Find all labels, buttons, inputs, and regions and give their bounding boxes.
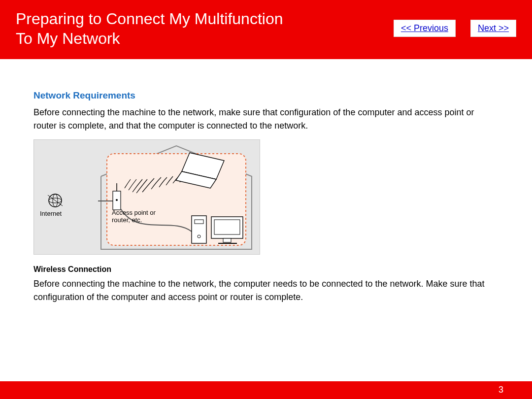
- nav-buttons: << Previous Next >>: [394, 20, 516, 37]
- header-bar: Preparing to Connect My Multifunction To…: [0, 0, 532, 59]
- svg-rect-13: [211, 217, 243, 238]
- house-illustration: [98, 143, 255, 251]
- title-line-1: Preparing to Connect My Multifunction: [16, 10, 283, 28]
- intro-paragraph: Before connecting the machine to the net…: [33, 106, 499, 133]
- sub-paragraph: Before connecting the machine to the net…: [33, 277, 499, 304]
- title-line-2: To My Network: [16, 30, 120, 47]
- sub-heading: Wireless Connection: [33, 264, 499, 275]
- internet-globe-icon: [47, 192, 64, 209]
- svg-rect-15: [223, 238, 231, 242]
- ap-label-l2: router, etc.: [112, 216, 142, 224]
- section-heading: Network Requirements: [33, 89, 499, 103]
- access-point-label: Access point or router, etc.: [112, 209, 156, 224]
- network-diagram: Internet: [33, 139, 499, 255]
- svg-point-7: [116, 199, 118, 201]
- page-number: 3: [499, 385, 503, 395]
- previous-button[interactable]: << Previous: [394, 20, 456, 37]
- ap-label-l1: Access point or: [112, 209, 156, 216]
- footer-bar: 3: [0, 381, 532, 399]
- internet-label: Internet: [40, 209, 62, 219]
- diagram-frame: Internet: [33, 139, 260, 255]
- next-button[interactable]: Next >>: [470, 20, 516, 37]
- page-title: Preparing to Connect My Multifunction To…: [16, 9, 283, 48]
- content-area: Network Requirements Before connecting t…: [0, 59, 532, 304]
